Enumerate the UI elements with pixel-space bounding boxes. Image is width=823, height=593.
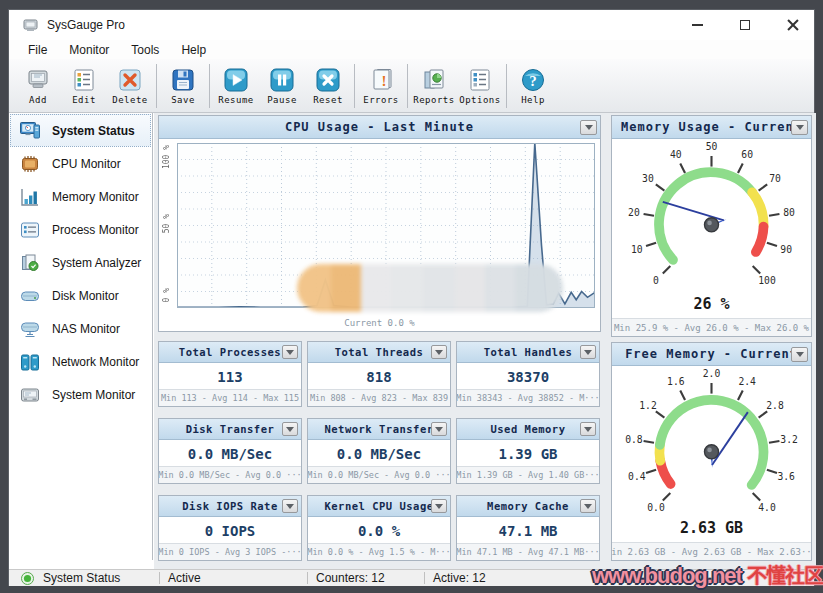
sidebar-item-cpu-monitor[interactable]: CPU Monitor	[10, 147, 151, 180]
menu-tools[interactable]: Tools	[120, 43, 170, 57]
status-segment-counters: Counters: 12	[308, 570, 424, 586]
toolbar-label: Resume	[218, 95, 254, 105]
close-button[interactable]	[782, 14, 804, 36]
toolbar-button-reports[interactable]: Reports	[411, 62, 457, 110]
chevron-down-icon	[435, 427, 443, 432]
toolbar-separator	[209, 64, 210, 108]
tile-title: Total Handles	[484, 346, 573, 358]
status-monitor-name: System Status	[43, 571, 120, 585]
svg-text:90: 90	[780, 244, 792, 255]
sidebar-item-label: Process Monitor	[52, 223, 139, 237]
sidebar-item-label: System Monitor	[52, 388, 135, 402]
chevron-down-icon	[286, 504, 294, 509]
sidebar-item-label: Disk Monitor	[52, 289, 119, 303]
chart-footer-stats: Current 0.0 %	[159, 318, 600, 328]
system-status-icon	[19, 120, 41, 142]
sidebar-item-system-analyzer[interactable]: System Analyzer	[10, 246, 151, 279]
minimize-button[interactable]	[686, 14, 708, 36]
svg-text:1.6: 1.6	[667, 376, 685, 387]
chevron-down-icon	[584, 427, 592, 432]
svg-text:0.4: 0.4	[628, 471, 646, 482]
disk-monitor-icon	[19, 285, 41, 307]
chevron-down-icon	[585, 125, 593, 130]
toolbar-label: Save	[171, 95, 195, 105]
disk-iops-rate-menu-button[interactable]	[282, 499, 298, 513]
process-monitor-icon	[19, 219, 41, 241]
svg-text:2.8: 2.8	[766, 400, 784, 411]
tile-disk-transfer: Disk Transfer 0.0 MB/Sec Min 0.0 MB/Sec …	[158, 418, 302, 484]
maximize-button[interactable]	[734, 14, 756, 36]
menu-file[interactable]: File	[17, 43, 58, 57]
toolbar-button-edit[interactable]: Edit	[61, 62, 107, 110]
toolbar-label: Delete	[112, 95, 148, 105]
disk-transfer-menu-button[interactable]	[282, 422, 298, 436]
memory-usage-panel-header: Memory Usage - Current	[612, 116, 811, 139]
tile-value: 113	[159, 363, 301, 390]
tile-used-memory: Used Memory 1.39 GB Min 1.39 GB - Avg 1.…	[456, 418, 600, 484]
toolbar-label: Errors	[363, 95, 399, 105]
sidebar-item-network-monitor[interactable]: Network Monitor	[10, 345, 151, 378]
tile-total-threads: Total Threads 818 Min 808 - Avg 823 - Ma…	[307, 341, 451, 407]
toolbar-button-add[interactable]: Add	[15, 62, 61, 110]
svg-text:20: 20	[628, 207, 640, 218]
site-watermark: www.budog.net 不懂社区	[592, 560, 823, 589]
tile-stats: Min 38343 - Avg 38852 - M···	[457, 389, 599, 406]
toolbar-button-options[interactable]: Options	[457, 62, 503, 110]
sidebar-item-system-monitor[interactable]: System Monitor	[10, 378, 151, 411]
network-transfer-menu-button[interactable]	[431, 422, 447, 436]
toolbar-button-save[interactable]: Save	[160, 62, 206, 110]
svg-text:0: 0	[653, 275, 659, 286]
tile-stats: Min 808 - Avg 823 - Max 839	[308, 389, 450, 406]
chevron-down-icon	[435, 350, 443, 355]
tile-stats: Min 0 IOPS - Avg 3 IOPS -···	[159, 543, 301, 560]
kernel-cpu-usage-menu-button[interactable]	[431, 499, 447, 513]
sidebar-item-process-monitor[interactable]: Process Monitor	[10, 213, 151, 246]
toolbar-button-delete[interactable]: Delete	[107, 62, 153, 110]
status-counters: Counters: 12	[316, 571, 385, 585]
tile-title: Total Threads	[335, 346, 424, 358]
total-handles-menu-button[interactable]	[580, 345, 596, 359]
toolbar-button-pause[interactable]: Pause	[259, 62, 305, 110]
tile-title: Network Transfer	[324, 423, 433, 435]
total-processes-menu-button[interactable]	[282, 345, 298, 359]
menu-monitor[interactable]: Monitor	[58, 43, 120, 57]
tile-title: Disk Transfer	[186, 423, 275, 435]
watermark-community: 不懂社区	[747, 565, 823, 587]
toolbar-button-errors[interactable]: !Errors	[358, 62, 404, 110]
options-icon	[467, 67, 493, 93]
svg-text:100: 100	[758, 275, 776, 286]
pause-icon	[269, 67, 295, 93]
chevron-down-icon	[796, 125, 804, 130]
svg-text:0.0: 0.0	[647, 502, 665, 513]
svg-text:60: 60	[741, 149, 753, 160]
tile-value: 38370	[457, 363, 599, 390]
desktop-background: SysGauge Pro - Register - FileMonitorToo…	[0, 0, 823, 593]
app-icon	[22, 17, 39, 34]
svg-text:10: 10	[631, 244, 643, 255]
sidebar-item-memory-monitor[interactable]: Memory Monitor	[10, 180, 151, 213]
menu-help[interactable]: Help	[170, 43, 217, 57]
cpu-usage-menu-button[interactable]	[580, 120, 597, 135]
chevron-down-icon	[584, 350, 592, 355]
tile-title: Memory Cache	[487, 500, 569, 512]
used-memory-menu-button[interactable]	[580, 422, 596, 436]
tile-header: Disk Transfer	[159, 419, 301, 440]
toolbar-button-resume[interactable]: Resume	[213, 62, 259, 110]
toolbar-label: Reports	[413, 95, 454, 105]
svg-text:0.8: 0.8	[625, 434, 643, 445]
memory-cache-menu-button[interactable]	[580, 499, 596, 513]
sidebar-item-nas-monitor[interactable]: NAS Monitor	[10, 312, 151, 345]
free-memory-menu-button[interactable]	[791, 347, 808, 362]
nas-monitor-icon	[19, 318, 41, 340]
memory-usage-menu-button[interactable]	[791, 120, 808, 135]
sidebar-item-system-status[interactable]: System Status	[10, 114, 151, 147]
total-threads-menu-button[interactable]	[431, 345, 447, 359]
toolbar-button-reset[interactable]: Reset	[305, 62, 351, 110]
free-memory-panel: Free Memory - Current 0.00.40.81.21.62.0…	[611, 342, 812, 561]
toolbar-button-help[interactable]: ?Help	[510, 62, 556, 110]
toolbar-label: Reset	[313, 95, 343, 105]
sidebar-item-disk-monitor[interactable]: Disk Monitor	[10, 279, 151, 312]
tile-network-transfer: Network Transfer 0.0 MB/Sec Min 0.0 MB/S…	[307, 418, 451, 484]
reset-icon	[315, 67, 341, 93]
svg-text:3.6: 3.6	[777, 471, 795, 482]
